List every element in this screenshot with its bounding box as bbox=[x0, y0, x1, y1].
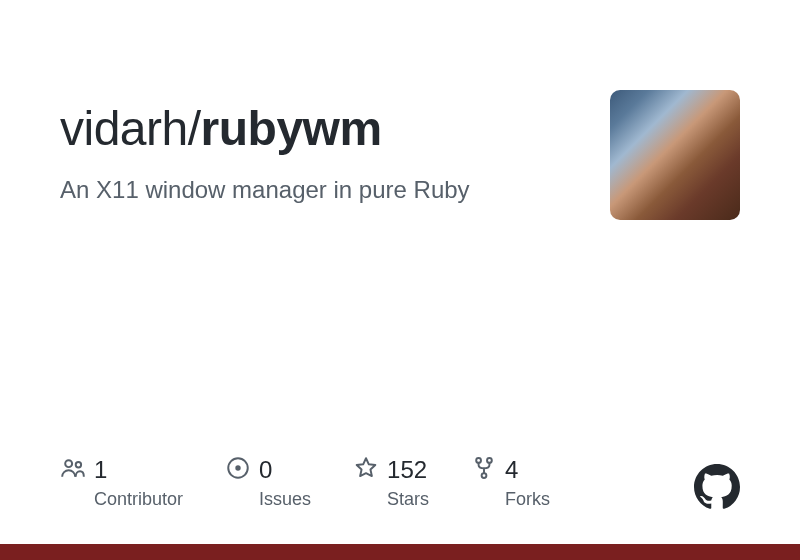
svg-point-3 bbox=[235, 465, 240, 470]
repo-card: vidarh/rubywm An X11 window manager in p… bbox=[0, 0, 800, 220]
repo-name: rubywm bbox=[201, 102, 382, 155]
svg-point-4 bbox=[476, 458, 481, 463]
stat-top: 0 bbox=[225, 455, 311, 485]
star-icon bbox=[353, 455, 379, 485]
stat-contributors[interactable]: 1 Contributor bbox=[60, 455, 183, 510]
title-block: vidarh/rubywm An X11 window manager in p… bbox=[60, 100, 590, 204]
stat-forks[interactable]: 4 Forks bbox=[471, 455, 550, 510]
stat-top: 1 bbox=[60, 455, 183, 485]
stat-label: Contributor bbox=[94, 489, 183, 510]
stat-value: 4 bbox=[505, 456, 518, 484]
stat-value: 152 bbox=[387, 456, 427, 484]
repo-owner: vidarh bbox=[60, 102, 188, 155]
stat-top: 152 bbox=[353, 455, 429, 485]
stat-label: Stars bbox=[387, 489, 429, 510]
repo-title[interactable]: vidarh/rubywm bbox=[60, 100, 590, 158]
avatar[interactable] bbox=[610, 90, 740, 220]
stat-top: 4 bbox=[471, 455, 550, 485]
stat-stars[interactable]: 152 Stars bbox=[353, 455, 429, 510]
repo-description: An X11 window manager in pure Ruby bbox=[60, 176, 590, 204]
fork-icon bbox=[471, 455, 497, 485]
stat-value: 0 bbox=[259, 456, 272, 484]
svg-point-1 bbox=[76, 462, 81, 467]
issue-icon bbox=[225, 455, 251, 485]
svg-point-5 bbox=[487, 458, 492, 463]
stats-group: 1 Contributor 0 Issues 152 Stars bbox=[60, 455, 550, 510]
stat-label: Forks bbox=[505, 489, 550, 510]
header-row: vidarh/rubywm An X11 window manager in p… bbox=[60, 100, 740, 220]
repo-separator: / bbox=[188, 102, 201, 155]
github-logo-icon[interactable] bbox=[694, 464, 740, 510]
stat-label: Issues bbox=[259, 489, 311, 510]
stat-issues[interactable]: 0 Issues bbox=[225, 455, 311, 510]
svg-point-6 bbox=[482, 473, 487, 478]
stats-row: 1 Contributor 0 Issues 152 Stars bbox=[60, 455, 740, 510]
stat-value: 1 bbox=[94, 456, 107, 484]
accent-bar bbox=[0, 544, 800, 560]
svg-point-0 bbox=[65, 460, 72, 467]
people-icon bbox=[60, 455, 86, 485]
